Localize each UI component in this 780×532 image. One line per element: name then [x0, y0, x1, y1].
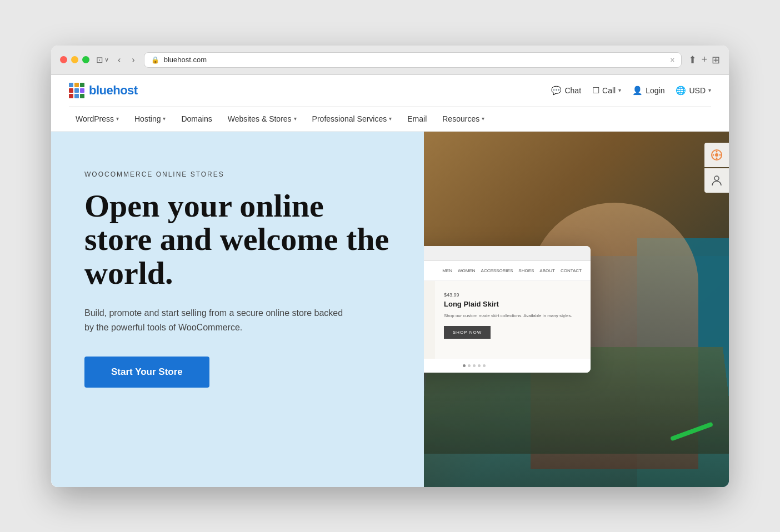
logo-text: bluehost: [89, 83, 138, 98]
mock-dot-5: [483, 364, 486, 367]
login-label: Login: [646, 86, 664, 95]
flag-icon: 🌐: [676, 86, 686, 96]
call-label: Call: [602, 86, 616, 95]
nav-item-domains[interactable]: Domains: [174, 107, 218, 131]
grid-view-button[interactable]: ⊞: [712, 54, 720, 66]
lock-icon: 🔒: [151, 56, 159, 64]
chat-link[interactable]: 💬 Chat: [551, 86, 581, 96]
side-chat-icon: [711, 149, 722, 160]
mock-dot-3: [473, 364, 476, 367]
mock-product-card: $43.99 Long Plaid Skirt Shop our custom …: [424, 281, 591, 359]
site-header: bluehost 💬 Chat ☐ Call ▾ 👤 Logi: [51, 75, 729, 132]
svg-point-11: [713, 154, 714, 155]
phone-icon: ☐: [592, 86, 599, 96]
share-button[interactable]: ⬆: [688, 54, 697, 66]
login-link[interactable]: 👤 Login: [632, 86, 664, 96]
mock-carousel-dots: [424, 359, 591, 373]
browser-action-buttons: ⬆ + ⊞: [688, 54, 720, 66]
mock-product-image-area: [424, 281, 435, 359]
url-text: bluehost.com: [164, 56, 666, 64]
header-top: bluehost 💬 Chat ☐ Call ▾ 👤 Logi: [69, 75, 711, 106]
mock-store-nav: ARIA MEN WOMEN ACCESSORIES SHOES ABOUT C…: [424, 261, 591, 281]
chat-icon: 💬: [551, 86, 562, 96]
mock-browser-chrome: [424, 246, 591, 261]
svg-point-10: [716, 157, 718, 159]
svg-point-13: [714, 176, 719, 180]
forward-button[interactable]: ›: [129, 54, 137, 66]
mock-product-price: $43.99: [444, 292, 582, 298]
mock-dot-4: [478, 364, 481, 367]
mock-shop-now-button[interactable]: SHOP NOW: [444, 326, 491, 339]
mock-nav-about: ABOUT: [539, 268, 555, 273]
mock-nav-shoes: SHOES: [518, 268, 534, 273]
mock-nav-women: WOMEN: [458, 268, 476, 273]
close-traffic-light[interactable]: [60, 56, 67, 63]
minimize-traffic-light[interactable]: [71, 56, 78, 63]
currency-chevron: ▾: [708, 87, 711, 93]
fullscreen-traffic-light[interactable]: [82, 56, 89, 63]
call-chevron: ▾: [618, 87, 621, 93]
nav-item-websites-stores[interactable]: Websites & Stores ▾: [221, 107, 303, 131]
mock-store-content: ARIA MEN WOMEN ACCESSORIES SHOES ABOUT C…: [424, 261, 591, 373]
hosting-chevron: ▾: [163, 116, 166, 122]
currency-selector[interactable]: 🌐 USD ▾: [676, 86, 711, 96]
resources-chevron: ▾: [482, 116, 484, 122]
svg-point-8: [715, 153, 718, 157]
nav-item-hosting[interactable]: Hosting ▾: [128, 107, 172, 131]
nav-item-email[interactable]: Email: [401, 107, 433, 131]
user-icon: 👤: [632, 86, 643, 96]
sidebar-toggle-button[interactable]: ⊡ ∨: [96, 55, 109, 65]
mock-product-details: $43.99 Long Plaid Skirt Shop our custom …: [435, 281, 591, 359]
address-bar[interactable]: 🔒 bluehost.com ×: [144, 52, 682, 68]
hero-subtitle: Build, promote and start selling from a …: [84, 306, 351, 334]
nav-item-professional-services[interactable]: Professional Services ▾: [306, 107, 399, 131]
logo-area[interactable]: bluehost: [69, 83, 138, 98]
mock-store-nav-links: MEN WOMEN ACCESSORIES SHOES ABOUT CONTAC…: [442, 268, 582, 273]
start-store-button[interactable]: Start Your Store: [84, 357, 209, 388]
hero-eyebrow: WOOCOMMERCE ONLINE STORES: [84, 170, 391, 178]
mock-product-name: Long Plaid Skirt: [444, 300, 582, 309]
nav-item-resources[interactable]: Resources ▾: [436, 107, 491, 131]
browser-window: ⊡ ∨ ‹ › 🔒 bluehost.com × ⬆ + ⊞: [51, 46, 729, 487]
chat-label: Chat: [564, 86, 581, 95]
website-content: bluehost 💬 Chat ☐ Call ▾ 👤 Logi: [51, 75, 729, 487]
header-actions: 💬 Chat ☐ Call ▾ 👤 Login 🌐 USD: [551, 86, 711, 96]
mock-store-screenshot: ARIA MEN WOMEN ACCESSORIES SHOES ABOUT C…: [424, 246, 591, 373]
new-tab-button[interactable]: +: [701, 54, 707, 66]
hero-right-visual: ARIA MEN WOMEN ACCESSORIES SHOES ABOUT C…: [424, 132, 729, 487]
side-action-buttons: [704, 143, 729, 193]
logo-grid-icon: [69, 83, 84, 98]
mock-product-description: Shop our custom made skirt collections. …: [444, 313, 582, 319]
hero-left-content: WOOCOMMERCE ONLINE STORES Open your onli…: [51, 132, 424, 487]
mock-nav-accessories: ACCESSORIES: [481, 268, 513, 273]
nav-item-wordpress[interactable]: WordPress ▾: [69, 107, 126, 131]
websites-chevron: ▾: [294, 116, 297, 122]
browser-chrome: ⊡ ∨ ‹ › 🔒 bluehost.com × ⬆ + ⊞: [51, 46, 729, 75]
side-person-icon: [712, 175, 722, 186]
hero-title: Open your online store and welcome the w…: [84, 189, 391, 291]
traffic-lights: [60, 56, 89, 63]
side-person-button[interactable]: [704, 168, 729, 193]
svg-point-12: [719, 154, 721, 155]
pro-services-chevron: ▾: [389, 116, 392, 122]
back-button[interactable]: ‹: [116, 54, 123, 66]
wordpress-chevron: ▾: [116, 116, 119, 122]
main-navigation: WordPress ▾ Hosting ▾ Domains Websites &…: [69, 106, 711, 131]
call-link[interactable]: ☐ Call ▾: [592, 86, 621, 96]
mock-nav-contact: CONTACT: [561, 268, 582, 273]
clear-url-button[interactable]: ×: [670, 56, 674, 64]
mock-dot-2: [468, 364, 471, 367]
mock-nav-men: MEN: [442, 268, 452, 273]
hero-section: WOOCOMMERCE ONLINE STORES Open your onli…: [51, 132, 729, 487]
mock-dot-1: [463, 364, 466, 367]
svg-point-9: [716, 150, 718, 152]
side-chat-button[interactable]: [704, 143, 729, 167]
currency-label: USD: [689, 86, 706, 95]
